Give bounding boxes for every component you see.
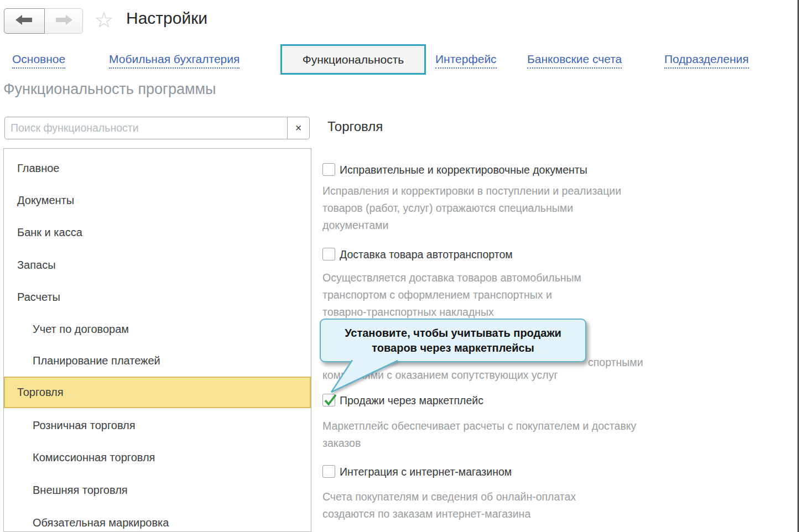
panel-heading-trade: Торговля [327, 119, 383, 134]
clear-search-button[interactable]: × [287, 117, 309, 139]
checkbox-online-store-integration[interactable] [322, 465, 335, 478]
sidebar-item-inventory[interactable]: Запасы [17, 259, 56, 272]
sidebar-item-main[interactable]: Главное [17, 162, 59, 175]
tooltip-marketplace-hint: Установите, чтобы учитывать продажи това… [320, 319, 586, 362]
description-online-store-integration: Счета покупателям и сведения об онлайн-о… [322, 488, 576, 523]
tab-functionality[interactable]: Функциональность [280, 44, 426, 75]
forward-button[interactable] [44, 8, 83, 34]
label-online-store-integration[interactable]: Интеграция с интернет-магазином [340, 466, 512, 478]
tab-interface[interactable]: Интерфейс [435, 53, 497, 69]
sidebar-item-payment-planning[interactable]: Планирование платежей [33, 354, 160, 367]
clear-icon: × [295, 122, 302, 134]
window-right-border [798, 0, 799, 532]
checkbox-truck-delivery[interactable] [322, 248, 335, 260]
label-truck-delivery[interactable]: Доставка товара автотранспортом [340, 248, 513, 261]
tab-main[interactable]: Основное [12, 53, 65, 69]
sidebar-item-contract-accounting[interactable]: Учет по договорам [33, 323, 129, 336]
tooltip-tail [324, 360, 407, 397]
search-input[interactable] [5, 117, 284, 139]
covered-text-fragment-1: спортными [588, 356, 643, 369]
back-button[interactable] [4, 8, 45, 34]
favorite-star-icon[interactable]: ☆ [94, 7, 114, 33]
category-list: Главное Документы Банк и касса Запасы Ра… [3, 148, 311, 532]
tab-mobile-accounting[interactable]: Мобильная бухгалтерия [109, 53, 240, 69]
sidebar-item-bank-cash[interactable]: Банк и касса [17, 226, 82, 239]
checkbox-corrective-documents[interactable] [322, 163, 335, 176]
section-heading: Функциональность программы [3, 81, 216, 98]
sidebar-item-settlements[interactable]: Расчеты [17, 291, 60, 304]
sidebar-item-commission-trade[interactable]: Комиссионная торговля [33, 451, 155, 464]
tab-departments[interactable]: Подразделения [664, 53, 749, 69]
sidebar-item-mandatory-labeling[interactable]: Обязательная маркировка [33, 517, 169, 529]
sidebar-item-documents[interactable]: Документы [17, 194, 74, 207]
page-title: Настройки [126, 9, 207, 28]
sidebar-item-foreign-trade[interactable]: Внешняя торговля [33, 484, 128, 497]
label-corrective-documents[interactable]: Исправительные и корректировочные докуме… [340, 164, 587, 176]
tab-bank-accounts[interactable]: Банковские счета [527, 53, 622, 69]
description-marketplace-sales: Маркетплейс обеспечивает расчеты с покуп… [322, 418, 636, 452]
back-arrow-icon [14, 13, 34, 29]
sidebar-item-trade[interactable]: Торговля [17, 386, 64, 399]
search-box: × [4, 117, 310, 139]
settings-window: ☆ Настройки Основное Мобильная бухгалтер… [0, 0, 812, 532]
forward-arrow-icon [54, 13, 74, 29]
sidebar-item-retail-trade[interactable]: Розничная торговля [33, 419, 136, 432]
description-truck-delivery: Осуществляется доставка товаров автомоби… [322, 269, 581, 321]
description-corrective-documents: Исправления и корректировки в поступлени… [322, 182, 621, 234]
